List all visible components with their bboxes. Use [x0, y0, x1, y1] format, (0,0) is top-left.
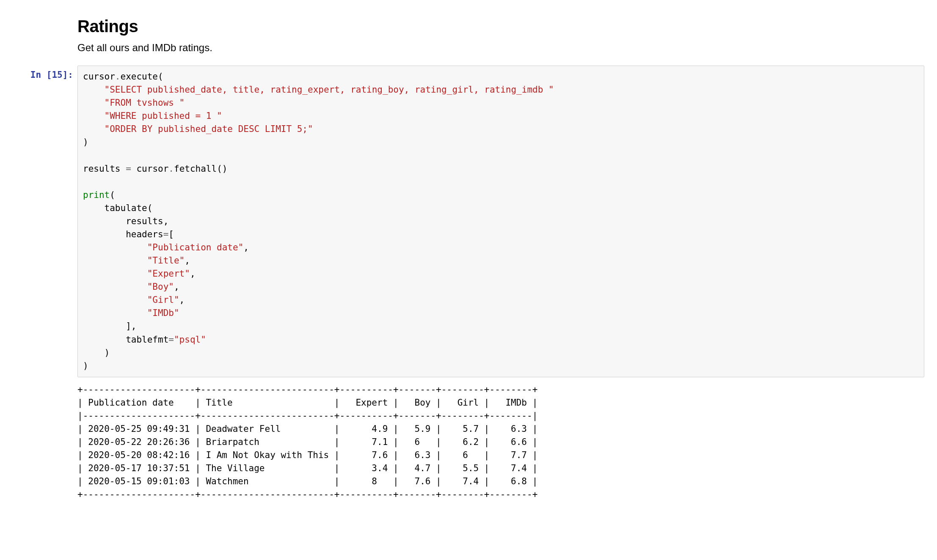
- markdown-cell: Ratings Get all ours and IMDb ratings.: [77, 17, 912, 54]
- table-row: |---------------------+-----------------…: [77, 411, 537, 421]
- section-heading: Ratings: [77, 17, 912, 36]
- table-row: | 2020-05-25 09:49:31 | Deadwater Fell |…: [77, 424, 537, 434]
- table-row: | 2020-05-15 09:01:03 | Watchmen | 8 | 7…: [77, 476, 537, 486]
- table-row: +---------------------+-----------------…: [77, 384, 537, 395]
- table-row: | 2020-05-20 08:42:16 | I Am Not Okay wi…: [77, 450, 537, 460]
- section-description: Get all ours and IMDb ratings.: [77, 42, 912, 54]
- code-cell: In [15]: cursor.execute( "SELECT publish…: [13, 66, 924, 377]
- output-text: +---------------------+-----------------…: [77, 377, 912, 502]
- notebook-page: Ratings Get all ours and IMDb ratings. I…: [0, 0, 937, 519]
- output-area: +---------------------+-----------------…: [77, 377, 912, 502]
- table-row: | 2020-05-17 10:37:51 | The Village | 3.…: [77, 463, 537, 473]
- table-row: | Publication date | Title | Expert | Bo…: [77, 398, 537, 408]
- table-row: +---------------------+-----------------…: [77, 489, 537, 500]
- code-block: cursor.execute( "SELECT published_date, …: [83, 70, 919, 373]
- code-input-area[interactable]: cursor.execute( "SELECT published_date, …: [77, 66, 924, 377]
- table-row: | 2020-05-22 20:26:36 | Briarpatch | 7.1…: [77, 437, 537, 447]
- input-prompt: In [15]:: [13, 66, 77, 80]
